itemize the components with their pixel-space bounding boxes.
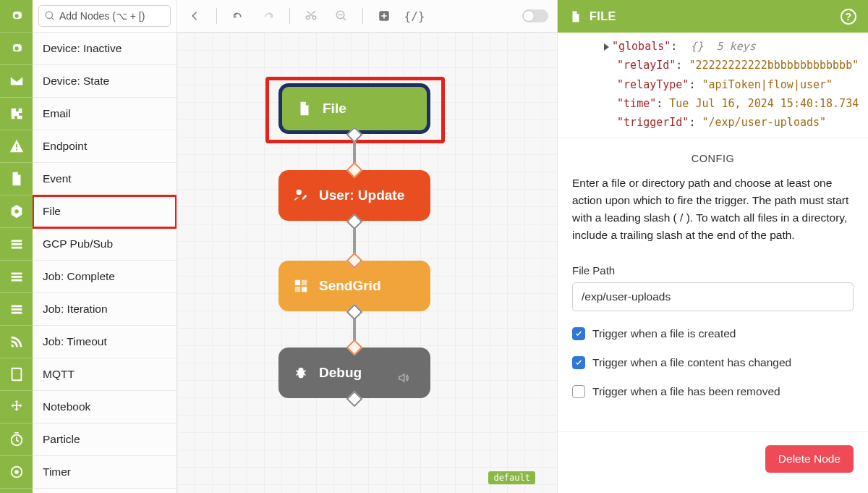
- checkbox[interactable]: [572, 385, 585, 398]
- svg-point-2: [14, 209, 19, 214]
- mail-icon[interactable]: [0, 65, 33, 98]
- button-icon[interactable]: [0, 456, 33, 489]
- hex-icon[interactable]: [0, 195, 33, 228]
- add-node-button[interactable]: [375, 7, 393, 25]
- cat-icon[interactable]: [0, 33, 33, 65]
- svg-rect-9: [302, 280, 307, 285]
- node-label: Debug: [319, 365, 362, 381]
- canvas-toolbar: {/}: [177, 0, 557, 33]
- stack-icon[interactable]: [0, 228, 33, 261]
- palette-item[interactable]: Event: [33, 163, 176, 195]
- puzzle-icon[interactable]: [0, 98, 33, 130]
- version-tag[interactable]: default: [488, 471, 535, 484]
- warning-icon[interactable]: [0, 130, 33, 163]
- category-sidebar: [0, 0, 33, 493]
- palette-item[interactable]: Particle: [33, 424, 176, 456]
- bug-icon: [293, 365, 309, 381]
- cat-icon[interactable]: [0, 0, 33, 33]
- palette-item[interactable]: MQTT: [33, 358, 176, 391]
- trigger-option[interactable]: Trigger when a file is created: [572, 327, 854, 340]
- speaker-icon: [383, 371, 420, 388]
- checkbox-label: Trigger when a file content has changed: [592, 356, 791, 369]
- palette-item[interactable]: Job: Iteration: [33, 293, 176, 326]
- config-section-title: CONFIG: [572, 141, 854, 174]
- stack-icon[interactable]: [0, 261, 33, 293]
- search-input[interactable]: Add Nodes (⌥ + [): [38, 5, 171, 27]
- palette-item[interactable]: File: [33, 195, 176, 228]
- config-description: Enter a file or directory path and choos…: [572, 174, 854, 244]
- panel-title: FILE: [590, 10, 616, 23]
- node-palette: Add Nodes (⌥ + [) Device: InactiveDevice…: [33, 0, 177, 493]
- delete-node-button[interactable]: Delete Node: [765, 445, 854, 473]
- file-path-label: File Path: [572, 264, 854, 277]
- zoom-out-button[interactable]: [332, 7, 351, 25]
- back-button[interactable]: [186, 7, 205, 25]
- file-icon: [569, 10, 582, 23]
- svg-point-0: [14, 14, 19, 18]
- checkbox-label: Trigger when a file is created: [592, 327, 736, 340]
- svg-point-5: [14, 470, 19, 474]
- file-icon[interactable]: [0, 163, 33, 195]
- book-icon[interactable]: [0, 358, 33, 391]
- palette-item[interactable]: Virtual Button: [33, 489, 176, 493]
- palette-item[interactable]: Notebook: [33, 391, 176, 424]
- palette-item[interactable]: Job: Timeout: [33, 326, 176, 358]
- trigger-option[interactable]: Trigger when a file has been removed: [572, 385, 854, 398]
- svg-rect-10: [295, 287, 300, 292]
- signal-icon[interactable]: [0, 326, 33, 358]
- flow-canvas[interactable]: File User: Update SendGrid Debug: [177, 33, 557, 493]
- file-icon: [297, 101, 312, 117]
- checkbox[interactable]: [572, 327, 585, 340]
- palette-item[interactable]: Job: Complete: [33, 261, 176, 293]
- timer-icon[interactable]: [0, 424, 33, 456]
- stack-icon[interactable]: [0, 293, 33, 326]
- file-path-input[interactable]: [572, 282, 854, 311]
- svg-rect-11: [302, 287, 307, 292]
- palette-item[interactable]: Device: State: [33, 65, 176, 98]
- checkbox-label: Trigger when a file has been removed: [592, 385, 780, 398]
- trigger-option[interactable]: Trigger when a file content has changed: [572, 356, 854, 369]
- palette-item[interactable]: Timer: [33, 456, 176, 489]
- code-button[interactable]: {/}: [405, 7, 424, 25]
- search-icon: [45, 11, 55, 21]
- search-placeholder: Add Nodes (⌥ + [): [59, 10, 145, 22]
- palette-item[interactable]: Endpoint: [33, 130, 176, 163]
- payload-json[interactable]: "globals": {} 5 keys "relayId": "2222222…: [558, 33, 868, 138]
- undo-button[interactable]: [229, 7, 247, 25]
- cut-button[interactable]: [302, 7, 320, 25]
- node-label: File: [323, 101, 346, 117]
- node-label: SendGrid: [319, 278, 381, 294]
- arrows-icon[interactable]: [0, 391, 33, 424]
- live-toggle[interactable]: [522, 9, 548, 22]
- node-label: User: Update: [319, 187, 404, 203]
- sendgrid-icon: [293, 278, 309, 294]
- redo-button[interactable]: [259, 7, 278, 25]
- user-edit-icon: [293, 187, 309, 203]
- panel-header: FILE ?: [558, 0, 868, 33]
- help-button[interactable]: ?: [841, 9, 856, 25]
- palette-item[interactable]: Device: Inactive: [33, 33, 176, 65]
- svg-point-1: [14, 46, 19, 51]
- svg-rect-8: [295, 280, 300, 285]
- checkbox[interactable]: [572, 356, 585, 369]
- palette-item[interactable]: Email: [33, 98, 176, 130]
- properties-panel: FILE ? "globals": {} 5 keys "relayId": "…: [557, 0, 868, 493]
- palette-item[interactable]: GCP Pub/Sub: [33, 228, 176, 261]
